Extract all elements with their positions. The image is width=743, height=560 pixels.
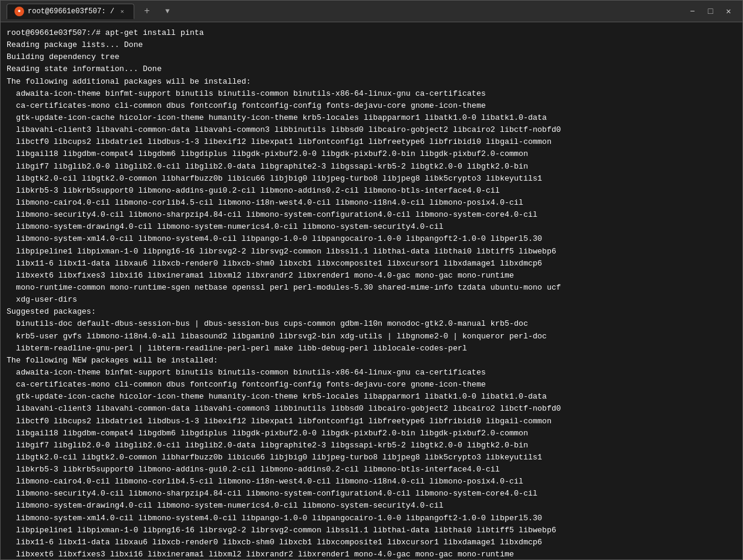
titlebar-left: ● root@69661e03f507: / ✕ + ▼ — [7, 4, 685, 19]
ubuntu-icon: ● — [14, 7, 24, 16]
maximize-button[interactable]: □ — [703, 4, 718, 19]
terminal-window: ● root@69661e03f507: / ✕ + ▼ − □ ✕ root@… — [0, 0, 743, 560]
new-tab-button[interactable]: + — [139, 4, 155, 19]
terminal-output: root@69661e03f507:/# apt-get install pin… — [7, 27, 736, 559]
active-tab[interactable]: ● root@69661e03f507: / ✕ — [7, 4, 134, 19]
titlebar: ● root@69661e03f507: / ✕ + ▼ − □ ✕ — [1, 1, 742, 22]
terminal-body[interactable]: root@69661e03f507:/# apt-get install pin… — [1, 22, 742, 559]
tab-title: root@69661e03f507: / — [28, 7, 114, 16]
tab-dropdown-button[interactable]: ▼ — [160, 4, 175, 19]
close-button[interactable]: ✕ — [721, 4, 736, 19]
minimize-button[interactable]: − — [685, 4, 700, 19]
tab-close-button[interactable]: ✕ — [118, 7, 126, 16]
window-controls: − □ ✕ — [685, 4, 736, 19]
